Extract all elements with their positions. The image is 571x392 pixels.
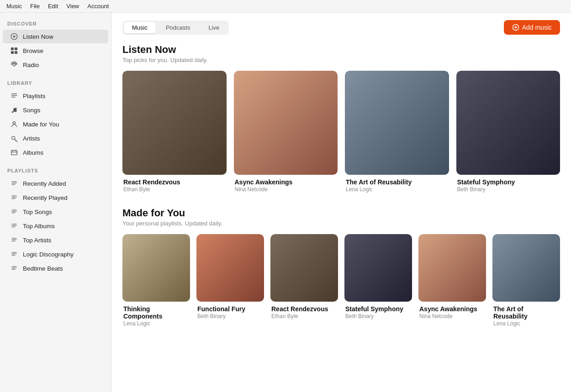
made-for-you-subtitle: Your personal playlists. Updated daily.: [122, 220, 560, 227]
featured-card-3[interactable]: Stateful Symphony Beth Binary: [456, 71, 560, 193]
menu-music[interactable]: Music: [6, 3, 22, 10]
featured-card-subtitle-2: Lena Logic: [346, 186, 448, 193]
mfy-card-title-1: Functional Fury: [197, 305, 263, 313]
listen-now-label: Listen Now: [23, 33, 53, 40]
sidebar-item-bedtime-beats[interactable]: Bedtime Beats: [3, 261, 108, 275]
sidebar-item-artists[interactable]: Artists: [3, 131, 108, 145]
person-icon: [10, 120, 18, 128]
featured-card-image-1: [234, 71, 338, 175]
list-icon-4: [10, 208, 18, 216]
mfy-card-image-4: [418, 234, 486, 302]
browse-label: Browse: [23, 47, 43, 54]
menu-account[interactable]: Account: [87, 3, 109, 10]
sidebar-item-top-artists[interactable]: Top Artists: [3, 233, 108, 247]
list-icon-3: [10, 193, 18, 202]
sidebar-item-albums[interactable]: Albums: [3, 146, 108, 159]
featured-card-2[interactable]: The Art of Reusability Lena Logic: [345, 71, 449, 193]
logic-discography-label: Logic Discography: [23, 251, 74, 258]
made-for-you-section: Made for You Your personal playlists. Up…: [122, 207, 560, 327]
svg-marker-1: [13, 35, 16, 37]
tabs-row: Music Podcasts Live Add music: [122, 20, 560, 35]
sidebar-item-recently-added[interactable]: Recently Added: [3, 177, 108, 190]
play-circle-icon: [10, 32, 18, 41]
albums-icon: [10, 148, 18, 157]
mfy-card-title-3: Stateful Symphony: [345, 305, 411, 313]
songs-label: Songs: [23, 107, 40, 114]
mfy-card-subtitle-2: Ethan Byte: [271, 313, 337, 319]
add-music-button[interactable]: Add music: [504, 20, 560, 35]
discover-section-label: Discover: [0, 13, 111, 29]
featured-card-subtitle-0: Ethan Byte: [123, 186, 226, 193]
featured-card-info-3: Stateful Symphony Beth Binary: [456, 175, 560, 193]
mfy-card-subtitle-0: Lena Logic: [123, 320, 189, 327]
mfy-card-image-5: [492, 234, 560, 302]
sidebar-item-top-albums[interactable]: Top Albums: [3, 219, 108, 233]
featured-card-title-0: React Rendezvous: [123, 178, 226, 186]
tab-music[interactable]: Music: [124, 22, 156, 33]
mfy-card-title-2: React Rendezvous: [271, 305, 337, 313]
svg-point-10: [12, 111, 14, 113]
mfy-card-title-4: Async Awakenings: [419, 305, 485, 313]
sidebar-item-songs[interactable]: Songs: [3, 103, 108, 117]
sidebar-item-top-songs[interactable]: Top Songs: [3, 205, 108, 219]
list-icon-7: [10, 250, 18, 258]
mfy-card-title-5: The Art of Reusability: [493, 305, 559, 320]
mfy-card-2[interactable]: React Rendezvous Ethan Byte: [270, 234, 338, 327]
svg-rect-5: [15, 51, 17, 54]
menu-file[interactable]: File: [30, 3, 40, 10]
mfy-card-subtitle-4: Nina Netcode: [419, 313, 485, 319]
mfy-card-5[interactable]: The Art of Reusability Lena Logic: [492, 234, 560, 327]
svg-point-11: [15, 110, 17, 112]
svg-point-13: [12, 136, 15, 140]
list-icon-5: [10, 222, 18, 230]
radio-label: Radio: [23, 62, 39, 68]
svg-rect-2: [11, 47, 14, 50]
mfy-card-info-0: Thinking Components Lena Logic: [122, 302, 190, 327]
featured-card-image-3: [456, 71, 560, 175]
mfy-card-image-3: [344, 234, 412, 302]
mfy-card-info-2: React Rendezvous Ethan Byte: [270, 302, 338, 319]
mfy-card-1[interactable]: Functional Fury Beth Binary: [196, 234, 264, 327]
listen-now-subtitle: Top picks for you. Updated daily.: [122, 57, 560, 63]
mfy-card-image-0: [122, 234, 190, 302]
featured-card-title-2: The Art of Reusability: [346, 178, 448, 186]
sidebar-item-listen-now[interactable]: Listen Now: [3, 30, 108, 43]
featured-card-subtitle-1: Nina Netcode: [235, 186, 337, 193]
top-albums-label: Top Albums: [23, 223, 55, 230]
sidebar-item-made-for-you[interactable]: Made for You: [3, 117, 108, 131]
sidebar-item-playlists[interactable]: Playlists: [3, 89, 108, 103]
list-icon-6: [10, 236, 18, 244]
tab-podcasts[interactable]: Podcasts: [158, 22, 198, 33]
grid-icon: [10, 47, 18, 55]
sidebar-item-logic-discography[interactable]: Logic Discography: [3, 247, 108, 261]
sidebar-item-recently-played[interactable]: Recently Played: [3, 191, 108, 204]
sidebar-item-radio[interactable]: Radio: [3, 58, 108, 72]
recently-played-label: Recently Played: [23, 194, 68, 201]
menu-edit[interactable]: Edit: [48, 3, 58, 10]
listen-now-section: Listen Now Top picks for you. Updated da…: [122, 44, 560, 193]
mfy-grid: Thinking Components Lena Logic Functiona…: [122, 234, 560, 327]
mfy-card-0[interactable]: Thinking Components Lena Logic: [122, 234, 190, 327]
music-note-icon: [10, 106, 18, 114]
featured-card-0[interactable]: React Rendezvous Ethan Byte: [122, 71, 227, 193]
tab-live[interactable]: Live: [200, 22, 227, 33]
svg-point-12: [13, 122, 15, 124]
plus-circle-icon: [512, 24, 519, 31]
mfy-card-info-4: Async Awakenings Nina Netcode: [418, 302, 486, 319]
sidebar: Discover Listen Now Browse: [0, 13, 111, 392]
mfy-card-3[interactable]: Stateful Symphony Beth Binary: [344, 234, 412, 327]
svg-point-6: [13, 63, 15, 66]
radio-icon: [10, 61, 18, 69]
tabs: Music Podcasts Live: [122, 21, 229, 35]
featured-card-subtitle-3: Beth Binary: [457, 186, 560, 193]
svg-rect-3: [15, 47, 17, 50]
mfy-card-4[interactable]: Async Awakenings Nina Netcode: [418, 234, 486, 327]
featured-card-1[interactable]: Async Awakenings Nina Netcode: [234, 71, 338, 193]
list-icon: [10, 92, 18, 100]
listen-now-title: Listen Now: [122, 44, 560, 56]
menu-view[interactable]: View: [66, 3, 79, 10]
mfy-card-image-2: [270, 234, 338, 302]
mfy-card-subtitle-1: Beth Binary: [197, 313, 263, 319]
featured-card-info-0: React Rendezvous Ethan Byte: [122, 175, 227, 193]
sidebar-item-browse[interactable]: Browse: [3, 44, 108, 57]
